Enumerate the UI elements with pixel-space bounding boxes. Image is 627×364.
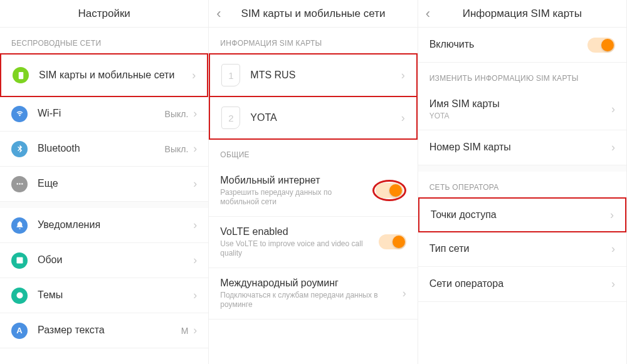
net-type-row[interactable]: Тип сети › [418,232,626,267]
chevron-right-icon: › [193,254,197,267]
wallpaper-icon [11,252,28,269]
panel1-title: Настройки [78,8,130,20]
enable-label: Включить [429,38,587,51]
volte-toggle[interactable] [379,234,406,249]
section-common: ОБЩИЕ [209,139,417,165]
spacer [0,202,208,208]
bt-status: Выкл. [165,144,189,154]
chevron-right-icon: › [611,141,615,154]
svg-point-2 [19,183,21,185]
sim2-row[interactable]: 2 YOTA › [209,96,417,140]
sim-info-panel: ‹ Информация SIM карты Включить ИЗМЕНИТЬ… [418,0,627,364]
row-label: Wi-Fi [38,107,165,120]
section-sim-info: ИНФОРМАЦИЯ SIM КАРТЫ [209,28,417,54]
settings-panel: Настройки БЕСПРОВОДНЫЕ СЕТИ SIM карты и … [0,0,209,364]
chevron-right-icon: › [611,278,615,291]
svg-rect-0 [18,71,23,78]
panel3-title: Информация SIM карты [463,8,582,20]
chevron-right-icon: › [401,112,405,125]
sim-icon [13,67,29,83]
text-size-icon: A [11,323,28,339]
sim-name-label: Имя SIM карты [429,98,611,111]
chevron-right-icon: › [193,142,197,155]
highlight-circle [372,180,406,201]
mobile-data-label: Мобильный интернет [220,174,372,187]
section-operator: СЕТЬ ОПЕРАТОРА [418,172,626,198]
chevron-right-icon: › [193,324,197,337]
sim-networks-panel: ‹ SIM карты и мобильные сети ИНФОРМАЦИЯ … [209,0,418,364]
chevron-right-icon: › [403,287,406,300]
chevron-right-icon: › [611,242,615,256]
row-label: Bluetooth [38,142,165,155]
chevron-right-icon: › [193,219,197,232]
mobile-data-row[interactable]: Мобильный интернет Разрешить передачу да… [209,165,417,217]
sim2-label: YOTA [250,112,401,125]
row-label: SIM карты и мобильные сети [39,69,192,82]
mobile-data-toggle[interactable] [376,183,403,198]
row-label: Темы [38,289,193,302]
row-label: Обои [38,254,193,267]
themes-row[interactable]: Темы › [0,278,208,313]
row-label: Уведомления [38,219,193,232]
spacer [418,165,626,172]
text-size-row[interactable]: A Размер текста M › [0,313,208,348]
net-type-label: Тип сети [429,242,611,256]
sim1-label: MTS RUS [250,69,401,82]
back-button[interactable]: ‹ [426,6,430,22]
themes-icon [11,288,28,304]
svg-point-5 [16,293,23,299]
bluetooth-row[interactable]: Bluetooth Выкл. › [0,132,208,167]
text-size-value: M [181,326,189,336]
header-2: ‹ SIM карты и мобильные сети [209,0,417,28]
enable-sim-toggle[interactable] [587,38,615,53]
chevron-right-icon: › [193,107,197,120]
header-3: ‹ Информация SIM карты [418,0,626,28]
section-wireless: БЕСПРОВОДНЫЕ СЕТИ [0,28,208,54]
roaming-sub: Подключаться к службам передачи данных в… [220,291,402,310]
sim-slot-2-icon: 2 [221,107,240,129]
mobile-data-sub: Разрешить передачу данных по мобильной с… [220,188,372,207]
volte-sub: Use VoLTE to improve voice and video cal… [220,239,378,259]
wallpaper-row[interactable]: Обои › [0,243,208,278]
operator-nets-row[interactable]: Сети оператора › [418,267,626,302]
operator-nets-label: Сети оператора [429,278,611,291]
svg-point-1 [16,183,18,185]
chevron-right-icon: › [193,289,197,302]
svg-rect-4 [16,257,23,264]
notifications-icon [11,217,28,234]
sim1-row[interactable]: 1 MTS RUS › [209,53,417,97]
wifi-row[interactable]: Wi-Fi Выкл. › [0,96,208,132]
chevron-right-icon: › [193,177,197,190]
volte-label: VoLTE enabled [220,226,378,239]
roaming-row[interactable]: Международный роуминг Подключаться к слу… [209,268,417,320]
apn-label: Точки доступа [431,209,610,222]
apn-row[interactable]: Точки доступа › [418,197,626,232]
chevron-right-icon: › [610,209,614,222]
section-edit-sim: ИЗМЕНИТЬ ИНФОРМАЦИЮ SIM КАРТЫ [418,63,626,89]
volte-row[interactable]: VoLTE enabled Use VoLTE to improve voice… [209,217,417,268]
more-row[interactable]: Еще › [0,167,208,202]
sim-name-row[interactable]: Имя SIM карты YOTA › [418,89,626,130]
panel2-title: SIM карты и мобильные сети [241,8,386,20]
row-label: Размер текста [38,324,181,337]
sim-number-row[interactable]: Номер SIM карты › [418,130,626,165]
header-1: Настройки [0,0,208,28]
sim-networks-row[interactable]: SIM карты и мобильные сети › [0,53,208,97]
svg-point-3 [21,183,23,185]
wifi-status: Выкл. [165,109,189,119]
sim-name-value: YOTA [429,112,611,122]
notifications-row[interactable]: Уведомления › [0,208,208,243]
row-label: Еще [38,177,193,190]
bluetooth-icon [11,141,28,157]
sim-slot-1-icon: 1 [221,64,240,86]
chevron-right-icon: › [192,69,196,82]
chevron-right-icon: › [401,69,405,82]
back-button[interactable]: ‹ [216,6,221,22]
sim-number-label: Номер SIM карты [429,141,611,154]
roaming-label: Международный роуминг [220,277,402,290]
more-icon [11,176,28,192]
wifi-icon [11,106,28,122]
chevron-right-icon: › [611,103,615,116]
enable-sim-row[interactable]: Включить [418,28,626,63]
